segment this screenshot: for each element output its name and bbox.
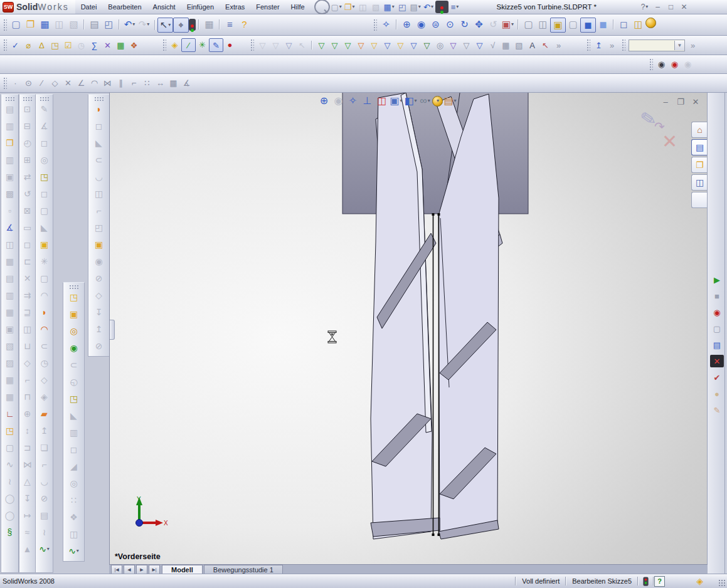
toolbar-overflow-icon[interactable]: »	[552, 39, 565, 51]
toolbar-gripper[interactable]	[94, 97, 104, 101]
record-pause-macro-icon[interactable]: ◉	[710, 306, 724, 318]
filter-solid-bodies-icon[interactable]: ▽	[368, 39, 381, 51]
hole-table-icon[interactable]: ▤	[3, 271, 17, 285]
linear-pattern-icon[interactable]: ∷	[67, 493, 81, 507]
exit-sketch-icon[interactable]: ◈	[168, 38, 181, 51]
rounded-feature-icon[interactable]: ▢	[38, 204, 51, 217]
boss-base-icon[interactable]: ◳	[38, 170, 51, 183]
draft-icon[interactable]: ◢	[67, 459, 81, 473]
3d-sketch-icon[interactable]: ✎	[38, 102, 51, 115]
spline-icon[interactable]: ∿	[38, 542, 51, 555]
toolbar-gripper[interactable]	[622, 39, 625, 51]
chevron-down-icon[interactable]: ▼	[674, 41, 684, 50]
rib-icon[interactable]: ▥	[67, 426, 81, 439]
vent-icon[interactable]: ◇	[92, 288, 106, 302]
mirror-feature-icon[interactable]: ◫	[67, 527, 81, 540]
shadows-in-shaded-icon[interactable]: ◼	[596, 18, 610, 31]
filter-vertices-icon[interactable]: ▽	[315, 39, 328, 51]
filter-routing-icon[interactable]: √	[486, 39, 499, 51]
filter-cursor-icon[interactable]: ↖	[295, 39, 309, 51]
zoom-to-fit-icon[interactable]: ⊕	[400, 18, 414, 31]
selection-filter-toggle-icon[interactable]	[189, 19, 196, 31]
filter-center-marks-icon[interactable]: ▽	[447, 39, 460, 51]
coordinate-axes-icon[interactable]: ∟	[3, 407, 17, 420]
offset-entities-icon[interactable]: ⌐	[21, 373, 34, 386]
stretch-entities-icon[interactable]: ▭	[21, 221, 34, 234]
title-block-table-icon[interactable]: ▣	[3, 322, 17, 335]
menu-item-bearbeiten[interactable]: Bearbeiten	[102, 1, 147, 13]
sketch-numeric-input-icon[interactable]: ⊟	[21, 119, 34, 132]
command-combo[interactable]: ▼	[629, 39, 685, 51]
edit-macro-icon[interactable]: ▤	[710, 339, 724, 351]
mirror-entities-icon[interactable]: ⋈	[101, 77, 114, 90]
closed-corner-icon[interactable]: ◰	[92, 221, 106, 234]
hem-icon[interactable]: ◡	[92, 170, 106, 183]
filter-coordinate-systems-icon[interactable]: ▽	[420, 39, 433, 51]
fillet-icon[interactable]: ◳	[67, 392, 81, 405]
forming-tool-icon[interactable]: ▣	[92, 238, 106, 251]
reference-axis-icon[interactable]: ↥	[592, 39, 605, 51]
help-icon[interactable]: ?	[237, 18, 252, 31]
edit-sketch-icon[interactable]: ✎	[209, 38, 223, 52]
close-document-icon[interactable]: ✕	[688, 95, 703, 108]
faded-ball-icon[interactable]: ●	[710, 387, 724, 400]
sketch-picture-icon[interactable]: △	[21, 475, 34, 488]
toolbar-gripper[interactable]	[162, 39, 166, 51]
weldment-table-icon[interactable]: ▨	[3, 356, 17, 369]
realview-icon[interactable]	[645, 18, 656, 28]
select-contour-icon[interactable]: ⊡	[21, 102, 34, 115]
linear-sketch-pattern-icon[interactable]: ∷	[141, 77, 154, 90]
edge-flange-icon[interactable]: ◣	[92, 136, 106, 149]
view-orientation-icon[interactable]: ▣	[389, 94, 403, 108]
toolbar-gripper[interactable]	[40, 97, 50, 101]
toolbar-gripper[interactable]	[373, 19, 377, 31]
model-canvas[interactable]	[110, 93, 708, 564]
shaded-with-edges-icon[interactable]: ◼	[580, 18, 596, 33]
revolved-surface-icon[interactable]: ◎	[38, 153, 51, 166]
wireframe-icon[interactable]: ▢	[521, 18, 536, 31]
close-app-icon[interactable]: ✕	[677, 1, 691, 13]
zoom-to-area-icon[interactable]: ◉	[331, 94, 346, 108]
mirror-entities-icon[interactable]: ⊔	[21, 339, 34, 352]
pattern-table-icon[interactable]: ▦	[3, 373, 17, 386]
delete-face-icon[interactable]: ⊘	[38, 491, 51, 505]
replace-face-icon[interactable]: ▤	[38, 508, 51, 522]
save-icon[interactable]: ▦	[383, 1, 396, 13]
view-magnifier-icon[interactable]: ✧	[346, 94, 360, 108]
toolbar-gripper[interactable]	[250, 39, 254, 51]
no-bends-icon[interactable]: ⊘	[92, 339, 106, 352]
menu-item-fenster[interactable]: Fenster	[250, 1, 285, 13]
wrap-icon[interactable]: ◇	[38, 373, 51, 386]
jog-icon[interactable]: ◫	[92, 187, 106, 200]
custom-pen-check-icon[interactable]: ✔	[710, 371, 724, 384]
construction-geometry-icon[interactable]: ⊏	[21, 255, 34, 268]
deform-icon[interactable]: ◈	[38, 390, 51, 403]
redo-icon[interactable]: ↷	[137, 18, 151, 31]
record-point-icon[interactable]: ●	[223, 38, 236, 51]
perspective-icon[interactable]: ◻	[617, 18, 631, 31]
active-sketch-shaft-lines[interactable]	[433, 214, 439, 535]
normal-to-icon[interactable]: ⊥	[360, 94, 374, 108]
task-pane-resources-icon[interactable]: ▤	[691, 139, 708, 155]
surface-finish-icon[interactable]: ▫	[3, 204, 17, 217]
smart-dimension-icon[interactable]: ∡	[38, 119, 51, 132]
section-view-icon[interactable]: ◫	[631, 18, 645, 31]
print-preview-icon[interactable]: ◰	[102, 18, 116, 31]
circular-pattern-icon[interactable]: ❖	[67, 510, 81, 523]
make-drawing-icon[interactable]: ◫	[52, 18, 66, 31]
search-icon[interactable]	[314, 0, 330, 14]
polygon-icon[interactable]: ◇	[48, 77, 61, 90]
toolbar-gripper[interactable]	[5, 97, 15, 101]
menu-item-einfgen[interactable]: Einfügen	[181, 1, 220, 13]
zoom-to-fit-icon[interactable]: ⊕	[317, 94, 331, 108]
minimize-document-icon[interactable]: –	[658, 95, 673, 108]
check-sketch-icon[interactable]: ⋈	[21, 458, 34, 471]
auto-balloon-icon[interactable]: ▣	[3, 170, 17, 183]
faded-brush-icon[interactable]: ✎	[710, 404, 724, 416]
trim-icon[interactable]: ✕	[61, 77, 75, 90]
hide-show-items-icon[interactable]: ∞	[418, 94, 432, 108]
filter-patterns-icon[interactable]: ▽	[460, 39, 473, 51]
flatten-bends-icon[interactable]: ◗	[92, 102, 106, 115]
toolbar-gripper[interactable]	[649, 58, 653, 71]
grid-system-icon[interactable]: ▦	[3, 390, 17, 403]
